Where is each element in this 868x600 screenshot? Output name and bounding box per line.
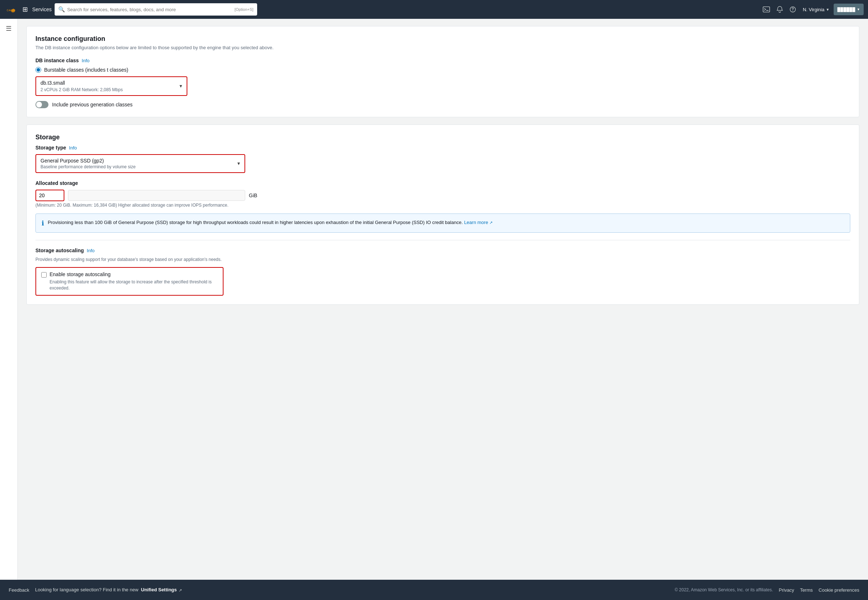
enable-autoscaling-row: Enable storage autoscaling (41, 271, 218, 277)
allocated-storage-label: Allocated storage (35, 180, 850, 186)
storage-card: Storage Storage type Info General Purpos… (26, 124, 859, 305)
enable-autoscaling-desc: Enabling this feature will allow the sto… (50, 279, 218, 291)
storage-type-chevron: ▼ (236, 161, 241, 166)
burstable-radio[interactable] (35, 67, 41, 73)
unified-settings-link[interactable]: Unified Settings (141, 587, 177, 592)
privacy-link[interactable]: Privacy (779, 587, 794, 593)
enable-autoscaling-label[interactable]: Enable storage autoscaling (50, 271, 111, 277)
nav-right-icons: N. Virginia ▼ ██████ ▼ (760, 3, 863, 15)
footer-looking-for: Looking for language selection? Find it … (35, 587, 182, 592)
storage-type-label-row: Storage type Info (35, 145, 850, 150)
enable-autoscaling-checkbox[interactable] (41, 272, 47, 277)
info-box-text: Provisioning less than 100 GiB of Genera… (48, 219, 493, 227)
autoscaling-info-link[interactable]: Info (87, 248, 95, 253)
unified-settings-external-icon: ↗ (178, 588, 182, 592)
user-chevron: ▼ (857, 8, 860, 11)
db-class-dropdown-wrapper: db.t3.small 2 vCPUs 2 GiB RAM Network: 2… (35, 76, 188, 96)
db-instance-info-link[interactable]: Info (82, 58, 90, 63)
footer: Feedback Looking for language selection?… (0, 580, 868, 600)
search-input[interactable] (67, 7, 233, 12)
services-label[interactable]: Services (32, 6, 52, 12)
region-selector[interactable]: N. Virginia ▼ (800, 5, 833, 14)
section-divider (35, 240, 850, 240)
search-shortcut: [Option+S] (234, 7, 253, 12)
allocated-storage-unit: GiB (249, 192, 257, 198)
region-label: N. Virginia (803, 7, 824, 12)
autoscaling-label-row: Storage autoscaling Info (35, 247, 850, 253)
top-navigation: ⊞ Services 🔍 [Option+S] N. Virginia ▼ ██… (0, 0, 868, 19)
autoscaling-desc: Provides dynamic scaling support for you… (35, 257, 850, 262)
storage-title: Storage (35, 133, 850, 141)
db-class-selected: db.t3.small (41, 80, 174, 86)
allocated-storage-input[interactable] (35, 189, 64, 201)
learn-more-link[interactable]: Learn more ↗ (464, 220, 493, 225)
help-icon[interactable] (787, 4, 798, 15)
svg-rect-0 (763, 7, 770, 12)
storage-type-sub: Baseline performance determined by volum… (41, 164, 231, 169)
feedback-link[interactable]: Feedback (9, 587, 29, 593)
prev-gen-toggle[interactable] (35, 101, 48, 108)
search-icon: 🔍 (58, 6, 65, 13)
user-label: ██████ (837, 7, 855, 12)
allocated-storage-row: GiB (35, 189, 850, 201)
content-area: Instance configuration The DB instance c… (18, 19, 868, 580)
main-wrapper: ☰ Instance configuration The DB instance… (0, 19, 868, 580)
prev-gen-label: Include previous generation classes (52, 102, 133, 108)
terms-link[interactable]: Terms (800, 587, 813, 593)
db-class-dropdown[interactable]: db.t3.small 2 vCPUs 2 GiB RAM Network: 2… (35, 76, 188, 96)
db-instance-label: DB instance class Info (35, 58, 850, 63)
storage-info-box: ℹ Provisioning less than 100 GiB of Gene… (35, 214, 850, 233)
bell-icon[interactable] (774, 4, 786, 15)
enable-autoscaling-wrapper: Enable storage autoscaling Enabling this… (35, 267, 224, 295)
footer-copyright: © 2022, Amazon Web Services, Inc. or its… (674, 587, 773, 592)
grid-icon[interactable]: ⊞ (21, 4, 29, 15)
instance-config-subtitle: The DB instance configuration options be… (35, 45, 850, 50)
storage-type-info-link[interactable]: Info (69, 145, 77, 150)
prev-gen-toggle-wrapper: Include previous generation classes (35, 101, 850, 108)
db-class-chevron: ▼ (178, 83, 183, 89)
storage-type-selected: General Purpose SSD (gp2) (41, 158, 231, 164)
search-bar[interactable]: 🔍 [Option+S] (54, 3, 257, 15)
cookie-preferences-link[interactable]: Cookie preferences (818, 587, 859, 593)
storage-type-dropdown-wrapper: General Purpose SSD (gp2) Baseline perfo… (35, 154, 245, 173)
svg-point-2 (792, 11, 793, 11)
info-box-icon: ℹ (42, 219, 44, 227)
aws-logo[interactable] (5, 3, 18, 16)
region-chevron: ▼ (826, 8, 829, 12)
burstable-radio-option: Burstable classes (includes t classes) (35, 67, 850, 73)
burstable-radio-label[interactable]: Burstable classes (includes t classes) (44, 67, 129, 73)
allocated-storage-rest (68, 190, 245, 201)
cloudshell-icon[interactable] (760, 3, 773, 15)
user-menu[interactable]: ██████ ▼ (834, 4, 863, 15)
footer-left: Feedback Looking for language selection?… (9, 587, 182, 592)
db-class-specs: 2 vCPUs 2 GiB RAM Network: 2,085 Mbps (41, 87, 174, 92)
sidebar-toggle[interactable]: ☰ (0, 19, 18, 580)
instance-config-title: Instance configuration (35, 35, 850, 43)
footer-right: © 2022, Amazon Web Services, Inc. or its… (674, 587, 859, 593)
instance-config-card: Instance configuration The DB instance c… (26, 26, 859, 117)
storage-type-dropdown[interactable]: General Purpose SSD (gp2) Baseline perfo… (35, 154, 245, 173)
allocated-storage-hint: (Minimum: 20 GiB. Maximum: 16,384 GiB) H… (35, 203, 850, 208)
